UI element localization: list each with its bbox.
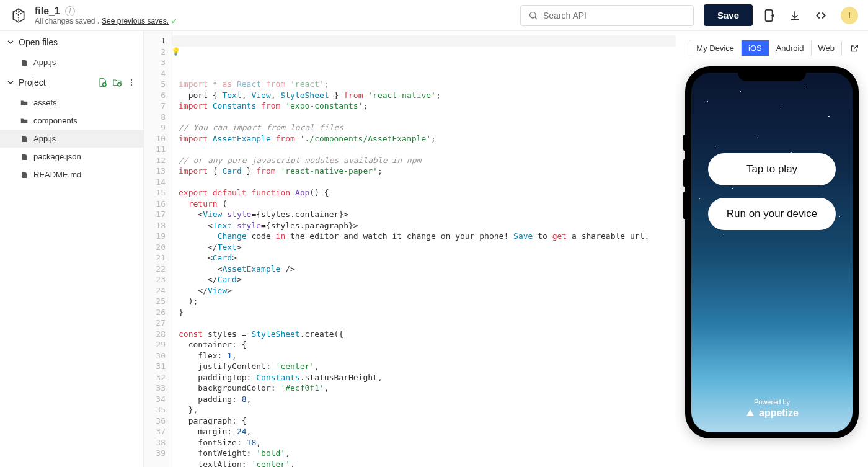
device-icon[interactable] bbox=[763, 9, 775, 22]
code-line[interactable]: fontSize: 18, bbox=[179, 437, 676, 448]
phone-frame: Tap to play Run on your device Powered b… bbox=[685, 66, 859, 438]
file-item[interactable]: components bbox=[0, 112, 143, 130]
header-left: file_1 i All changes saved . See previou… bbox=[10, 6, 177, 25]
chevron-down-icon bbox=[7, 39, 15, 45]
file-label: components bbox=[33, 116, 78, 125]
code-line[interactable]: // You can import from local files bbox=[179, 122, 676, 133]
code-line[interactable]: port { Text, View, StyleSheet } from 're… bbox=[179, 90, 676, 101]
title-block: file_1 i All changes saved . See previou… bbox=[35, 6, 177, 25]
code-line[interactable]: backgroundColor: '#ecf0f1', bbox=[179, 383, 676, 394]
file-icon bbox=[20, 171, 29, 179]
current-line-highlight bbox=[172, 35, 676, 47]
svg-line-1 bbox=[535, 17, 537, 19]
line-gutter: 1234567891011121314151617181920212223242… bbox=[144, 31, 172, 467]
chevron-down-icon bbox=[7, 79, 15, 86]
code-line[interactable] bbox=[179, 177, 676, 188]
folder-icon bbox=[20, 117, 29, 125]
code-line[interactable]: Change code in the editor and watch it c… bbox=[179, 231, 676, 242]
tap-to-play-button[interactable]: Tap to play bbox=[708, 153, 836, 185]
code-line[interactable]: padding: 8, bbox=[179, 394, 676, 405]
new-file-icon[interactable] bbox=[97, 78, 107, 87]
main: Open files App.js Project assetscomponen… bbox=[0, 31, 868, 467]
download-icon[interactable] bbox=[789, 9, 801, 22]
project-header[interactable]: Project bbox=[0, 71, 143, 94]
code-line[interactable]: }, bbox=[179, 404, 676, 416]
code-line[interactable]: container: { bbox=[179, 339, 676, 350]
save-status: All changes saved . See previous saves. … bbox=[35, 17, 177, 25]
code-line[interactable]: } bbox=[179, 307, 676, 318]
code-line[interactable]: <View style={styles.container}> bbox=[179, 209, 676, 220]
code-icon[interactable] bbox=[815, 9, 827, 22]
code-line[interactable]: </View> bbox=[179, 285, 676, 296]
info-icon[interactable]: i bbox=[65, 6, 75, 16]
file-icon bbox=[20, 153, 29, 161]
svg-point-10 bbox=[131, 84, 132, 86]
phone-screen: Tap to play Run on your device Powered b… bbox=[691, 73, 852, 432]
open-files-label: Open files bbox=[19, 37, 58, 47]
open-files-header[interactable]: Open files bbox=[0, 31, 143, 53]
code-line[interactable] bbox=[179, 144, 676, 155]
code-line[interactable]: import AssetExample from './components/A… bbox=[179, 133, 676, 145]
code-line[interactable]: export default function App() { bbox=[179, 187, 676, 198]
code-line[interactable] bbox=[179, 112, 676, 123]
code-line[interactable]: paragraph: { bbox=[179, 416, 676, 427]
code-line[interactable]: textAlign: 'center', bbox=[179, 459, 676, 468]
more-icon[interactable] bbox=[127, 78, 136, 87]
code-line[interactable]: paddingTop: Constants.statusBarHeight, bbox=[179, 372, 676, 383]
tab-web[interactable]: Web bbox=[811, 40, 842, 56]
code-line[interactable]: import Constants from 'expo-constants'; bbox=[179, 100, 676, 112]
file-icon bbox=[20, 58, 29, 67]
code-line[interactable]: import * as React from 'react'; bbox=[179, 79, 676, 90]
svg-point-8 bbox=[131, 79, 132, 81]
file-item[interactable]: App.js bbox=[0, 130, 143, 148]
lightbulb-icon[interactable]: 💡 bbox=[171, 47, 180, 58]
stars-background bbox=[691, 73, 852, 432]
file-item[interactable]: package.json bbox=[0, 148, 143, 166]
save-button[interactable]: Save bbox=[704, 4, 753, 26]
code-line[interactable]: ); bbox=[179, 296, 676, 307]
code-line[interactable]: justifyContent: 'center', bbox=[179, 361, 676, 372]
tab-ios[interactable]: iOS bbox=[741, 40, 769, 56]
file-label: package.json bbox=[33, 152, 81, 161]
import-folder-icon[interactable] bbox=[112, 78, 122, 87]
powered-by: Powered by appetize bbox=[691, 398, 852, 419]
file-label: App.js bbox=[33, 134, 56, 143]
tab-my-device[interactable]: My Device bbox=[689, 40, 741, 56]
run-on-device-button[interactable]: Run on your device bbox=[708, 198, 836, 230]
file-item[interactable]: App.js bbox=[0, 53, 143, 71]
search-box[interactable] bbox=[520, 5, 694, 26]
code-line[interactable]: margin: 24, bbox=[179, 426, 676, 437]
code-line[interactable]: <Text style={styles.paragraph}> bbox=[179, 220, 676, 231]
tab-android[interactable]: Android bbox=[769, 40, 811, 56]
search-input[interactable] bbox=[543, 11, 686, 20]
file-label: README.md bbox=[33, 170, 81, 179]
logo-icon bbox=[10, 7, 27, 24]
page-title: file_1 bbox=[35, 6, 60, 17]
open-files-list: App.js bbox=[0, 53, 143, 71]
code-line[interactable]: </Card> bbox=[179, 274, 676, 285]
code-line[interactable]: <Card> bbox=[179, 252, 676, 264]
file-item[interactable]: README.md bbox=[0, 166, 143, 184]
previous-saves-link[interactable]: See previous saves. bbox=[102, 17, 169, 25]
code-editor[interactable]: 1234567891011121314151617181920212223242… bbox=[144, 31, 676, 467]
code-line[interactable]: flex: 1, bbox=[179, 350, 676, 362]
save-status-text: All changes saved . bbox=[35, 17, 99, 25]
code-area[interactable]: 💡 import * as React from 'react'; port {… bbox=[172, 31, 676, 467]
file-item[interactable]: assets bbox=[0, 94, 143, 112]
popout-icon[interactable] bbox=[849, 43, 859, 53]
code-line[interactable]: const styles = StyleSheet.create({ bbox=[179, 329, 676, 340]
code-line[interactable]: import { Card } from 'react-native-paper… bbox=[179, 166, 676, 177]
code-line[interactable] bbox=[179, 318, 676, 329]
code-line[interactable]: // or any pure javascript modules availa… bbox=[179, 155, 676, 166]
file-icon bbox=[20, 135, 29, 143]
avatar[interactable]: I bbox=[841, 7, 858, 24]
code-line[interactable]: fontWeight: 'bold', bbox=[179, 448, 676, 459]
code-line[interactable]: return ( bbox=[179, 198, 676, 210]
preview-tabs: My DeviceiOSAndroidWeb bbox=[684, 40, 859, 56]
code-line[interactable]: <AssetExample /> bbox=[179, 264, 676, 275]
check-icon: ✓ bbox=[171, 17, 177, 25]
device-tab-group: My DeviceiOSAndroidWeb bbox=[689, 40, 842, 56]
project-list: assetscomponentsApp.jspackage.jsonREADME… bbox=[0, 94, 143, 184]
code-line[interactable]: </Text> bbox=[179, 242, 676, 253]
brand: appetize bbox=[691, 407, 852, 419]
